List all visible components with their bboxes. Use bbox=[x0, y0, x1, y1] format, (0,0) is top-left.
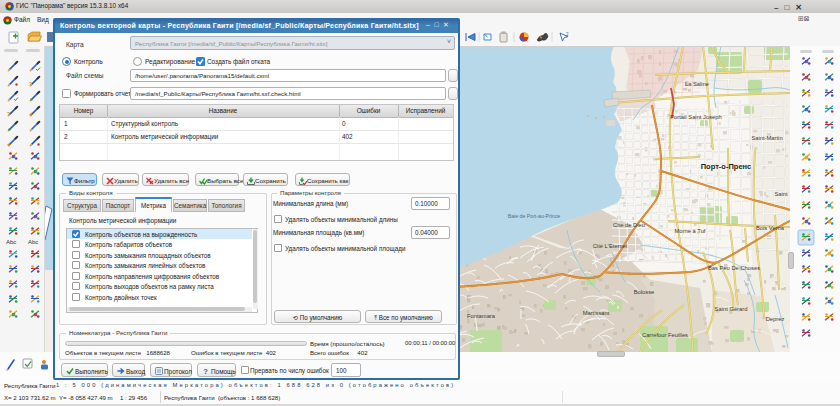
svg-text:Cité L'Eternel: Cité L'Eternel bbox=[593, 243, 628, 249]
svg-text:Carrefour Feuilles: Carrefour Feuilles bbox=[642, 332, 688, 338]
svg-text:2: 2 bbox=[566, 32, 569, 37]
svg-text:Cite de Dieu: Cite de Dieu bbox=[613, 222, 645, 228]
svg-text:?: ? bbox=[29, 81, 32, 87]
svg-text:Bolosse: Bolosse bbox=[634, 289, 655, 295]
svg-text:Saint-Martin: Saint-Martin bbox=[751, 135, 782, 141]
svg-text:Saint: Saint bbox=[774, 191, 788, 197]
svg-text:Martissant: Martissant bbox=[583, 310, 610, 316]
svg-text:La Saline: La Saline bbox=[685, 81, 709, 87]
svg-text:?: ? bbox=[203, 367, 208, 375]
svg-text:Saint Gérard: Saint Gérard bbox=[715, 306, 748, 312]
svg-text:Порт-о-Пренс: Порт-о-Пренс bbox=[701, 162, 752, 171]
svg-text:Abc: Abc bbox=[28, 239, 38, 245]
svg-text:Abc: Abc bbox=[6, 239, 16, 245]
svg-text:Fontamara: Fontamara bbox=[467, 313, 496, 319]
svg-text:Morne à Tuf: Morne à Tuf bbox=[675, 228, 706, 234]
svg-text:Portail Saint Joseph: Portail Saint Joseph bbox=[670, 114, 722, 120]
svg-text:?: ? bbox=[7, 111, 10, 117]
svg-text:Bois Verna: Bois Verna bbox=[756, 225, 785, 231]
svg-text:Baie de Port-au-Prince: Baie de Port-au-Prince bbox=[508, 213, 561, 219]
svg-text:Bas Peu De Choses: Bas Peu De Choses bbox=[708, 265, 760, 271]
svg-text:Deprez: Deprez bbox=[766, 316, 785, 322]
